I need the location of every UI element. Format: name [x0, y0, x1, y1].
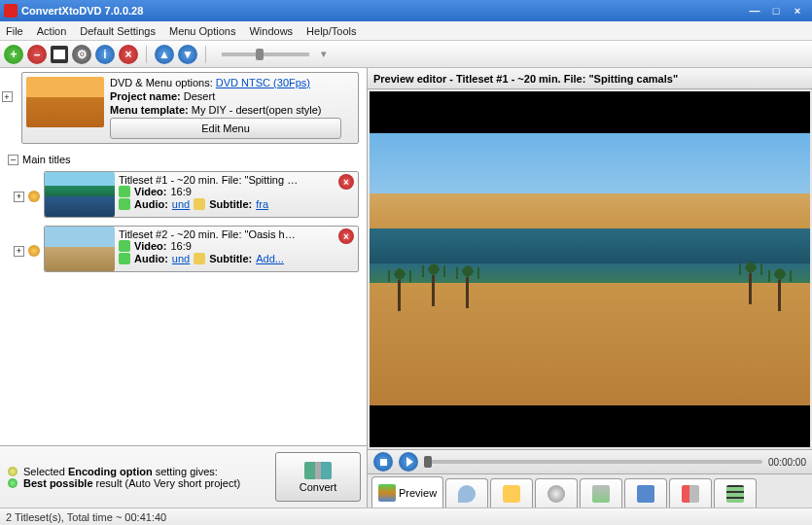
titleset-row[interactable]: × Titleset #2 - ~20 min. File: "Oasis he… — [44, 226, 359, 272]
expand-toggle[interactable]: + — [2, 91, 13, 102]
menu-action[interactable]: Action — [37, 25, 67, 37]
right-panel: Preview editor - Titleset #1 - ~20 min. … — [368, 68, 812, 508]
preview-icon — [378, 484, 396, 502]
tab-chapters[interactable] — [535, 478, 578, 508]
dvd-options-link[interactable]: DVD NTSC (30Fps) — [216, 77, 310, 88]
separator — [146, 46, 147, 63]
stop-button[interactable] — [373, 452, 393, 472]
caption-icon — [503, 485, 520, 503]
video-icon — [119, 240, 130, 252]
move-down-icon[interactable]: ▼ — [178, 45, 197, 64]
audio-icon — [119, 253, 130, 264]
tab-subtitles[interactable] — [490, 478, 533, 508]
menu-windows[interactable]: Windows — [249, 25, 293, 37]
menu-file[interactable]: File — [6, 25, 23, 37]
project-name-value: Desert — [184, 90, 215, 102]
move-up-icon[interactable]: ▲ — [155, 45, 174, 64]
gear-icon[interactable] — [28, 191, 40, 202]
tab-preview[interactable]: Preview — [371, 476, 443, 508]
scissors-icon — [682, 485, 699, 503]
timecode: 00:00:00 — [768, 457, 806, 468]
titlebar: ConvertXtoDVD 7.0.0.28 — □ × — [0, 0, 812, 21]
remove-button[interactable]: – — [27, 45, 47, 64]
menu-template-label: Menu template: — [110, 104, 189, 116]
subtitle-label: Subtitle: — [209, 253, 252, 264]
left-footer: Selected Encoding option setting gives: … — [0, 445, 367, 508]
preview-viewport[interactable] — [370, 91, 810, 447]
statusbar: 2 Titleset(s), Total time ~ 00:41:40 — [0, 508, 812, 525]
zoom-slider[interactable] — [222, 52, 309, 56]
minimize-button[interactable]: — — [744, 3, 765, 18]
preview-image — [370, 133, 810, 405]
toolbar: + – ⚙ i × ▲ ▼ ▾ — [0, 41, 812, 68]
clock-icon — [547, 485, 565, 503]
video-label: Video: — [134, 186, 166, 197]
left-panel: + DVD & Menu options: DVD NTSC (30Fps) P… — [0, 68, 368, 508]
delete-icon[interactable]: × — [119, 45, 138, 64]
settings-icon[interactable]: ⚙ — [72, 45, 91, 64]
video-icon — [119, 186, 130, 197]
quality-dots — [8, 467, 18, 488]
titleset-tree: – Main titles + × Titleset #1 - ~20 min.… — [0, 148, 367, 445]
separator — [205, 46, 206, 63]
menu-menu-options[interactable]: Menu Options — [169, 25, 235, 37]
convert-button[interactable]: Convert — [275, 452, 361, 502]
subtitle-link[interactable]: fra — [256, 198, 268, 210]
titleset-title: Titleset #2 - ~20 min. File: "Oasis here… — [119, 228, 299, 240]
film-icon — [726, 485, 744, 503]
dvd-options-label: DVD & Menu options: — [110, 77, 213, 88]
subtitle-icon — [194, 198, 205, 210]
edit-menu-button[interactable]: Edit Menu — [110, 118, 341, 139]
remove-titleset-icon[interactable]: × — [338, 228, 354, 244]
tab-cut[interactable] — [669, 478, 712, 508]
gear-icon[interactable] — [28, 245, 40, 257]
project-name-label: Project name: — [110, 90, 181, 102]
play-button[interactable] — [399, 452, 418, 472]
expand-toggle[interactable]: + — [14, 246, 24, 257]
expand-toggle[interactable]: + — [14, 192, 24, 202]
music-note-icon — [458, 485, 476, 503]
main-titles-node[interactable]: – Main titles — [8, 154, 359, 165]
audio-label: Audio: — [134, 253, 168, 264]
tab-crop[interactable] — [624, 478, 667, 508]
menu-template-value: My DIY - desert(open style) — [192, 104, 322, 116]
titleset-thumbnail — [45, 172, 115, 217]
audio-link[interactable]: und — [172, 253, 190, 264]
menu-thumbnail — [26, 77, 104, 127]
subtitle-label: Subtitle: — [209, 198, 252, 210]
image-icon — [592, 485, 610, 503]
save-button[interactable] — [51, 46, 68, 63]
video-value: 16:9 — [170, 186, 191, 197]
audio-icon — [119, 198, 130, 210]
add-button[interactable]: + — [4, 45, 23, 64]
crop-icon — [637, 485, 654, 503]
audio-label: Audio: — [134, 198, 168, 210]
app-icon — [4, 4, 18, 18]
titleset-row[interactable]: × Titleset #1 - ~20 min. File: "Spitting… — [44, 171, 359, 218]
collapse-toggle[interactable]: – — [8, 155, 18, 165]
remove-titleset-icon[interactable]: × — [338, 174, 354, 190]
dropdown-icon[interactable]: ▾ — [321, 48, 327, 60]
subtitle-icon — [194, 253, 205, 264]
titleset-thumbnail — [45, 227, 115, 271]
maximize-button[interactable]: □ — [765, 3, 787, 18]
close-button[interactable]: × — [787, 3, 808, 18]
menu-default-settings[interactable]: Default Settings — [80, 25, 156, 37]
status-text: 2 Titleset(s), Total time ~ 00:41:40 — [6, 511, 166, 523]
info-icon[interactable]: i — [95, 45, 115, 64]
tab-bar: Preview — [368, 474, 812, 508]
seek-slider[interactable] — [424, 460, 762, 464]
tab-image[interactable] — [580, 478, 622, 508]
subtitle-link[interactable]: Add... — [256, 253, 284, 264]
main-titles-label: Main titles — [22, 154, 71, 165]
tab-output[interactable] — [714, 478, 757, 508]
video-label: Video: — [134, 240, 166, 252]
audio-link[interactable]: und — [172, 198, 190, 210]
menubar: File Action Default Settings Menu Option… — [0, 21, 812, 41]
menu-help-tools[interactable]: Help/Tools — [306, 25, 356, 37]
convert-icon — [304, 462, 332, 479]
titleset-title: Titleset #1 - ~20 min. File: "Spitting c… — [119, 174, 299, 186]
playback-bar: 00:00:00 — [368, 449, 812, 474]
dvd-options-box: DVD & Menu options: DVD NTSC (30Fps) Pro… — [21, 72, 359, 144]
tab-audio[interactable] — [445, 478, 488, 508]
